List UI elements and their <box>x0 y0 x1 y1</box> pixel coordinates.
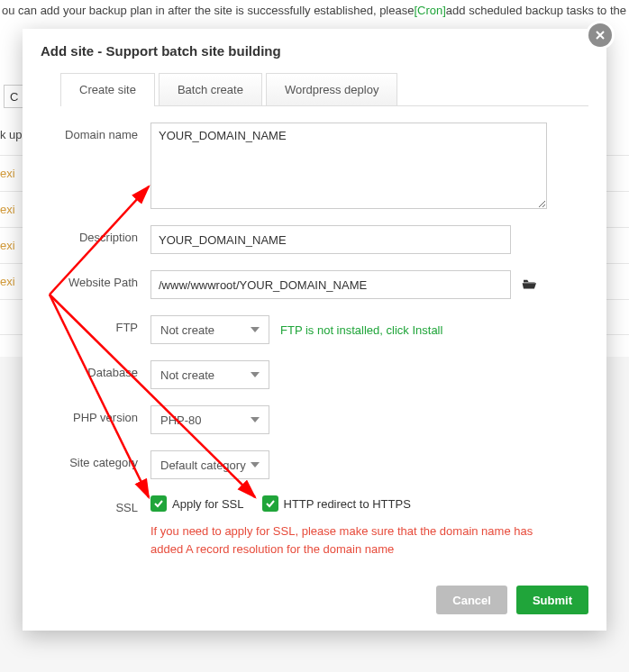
site-category-select[interactable]: Default category <box>150 450 269 479</box>
domain-name-input[interactable] <box>150 123 547 209</box>
close-button[interactable] <box>588 23 612 47</box>
domain-name-label: Domain name <box>60 123 150 141</box>
database-select[interactable]: Not create <box>150 360 269 389</box>
http-redirect-checkbox[interactable]: HTTP redirect to HTTPS <box>262 495 411 512</box>
bg-exist-link-3[interactable]: exi <box>0 239 15 252</box>
folder-icon <box>522 277 538 290</box>
tab-wordpress-deploy[interactable]: Wordpress deploy <box>266 73 398 105</box>
ssl-label: SSL <box>60 495 150 514</box>
description-label: Description <box>60 225 150 244</box>
site-category-label: Site category <box>60 450 150 469</box>
cron-link[interactable]: [Cron] <box>414 4 445 17</box>
add-site-form: Domain name Description Website Path <box>60 106 588 558</box>
ssl-warning-note: If you need to apply for SSL, please mak… <box>150 522 538 558</box>
tab-create-site[interactable]: Create site <box>60 73 155 105</box>
ftp-install-note[interactable]: FTP is not installed, click Install <box>280 323 442 337</box>
add-site-modal: Add site - Support batch site building C… <box>23 29 606 631</box>
bg-exist-link-2[interactable]: exi <box>0 203 15 216</box>
submit-button[interactable]: Submit <box>516 586 588 614</box>
checkmark-icon <box>262 495 278 512</box>
bg-exist-link-1[interactable]: exi <box>0 167 15 180</box>
description-input[interactable] <box>150 225 511 254</box>
database-label: Database <box>60 360 150 379</box>
modal-title: Add site - Support batch site building <box>23 29 606 73</box>
ftp-label: FTP <box>60 315 150 334</box>
apply-ssl-label: Apply for SSL <box>172 497 244 511</box>
ftp-select[interactable]: Not create <box>150 315 269 344</box>
website-path-input[interactable] <box>150 270 511 299</box>
php-version-select[interactable]: PHP-80 <box>150 405 269 434</box>
http-redirect-label: HTTP redirect to HTTPS <box>284 497 411 511</box>
database-select-value: Not create <box>160 368 214 382</box>
apply-ssl-checkbox[interactable]: Apply for SSL <box>150 495 244 512</box>
ftp-select-value: Not create <box>160 323 214 337</box>
bg-banner: ou can add your backup plan in after the… <box>0 0 629 21</box>
site-category-select-value: Default category <box>160 459 246 472</box>
php-version-select-value: PHP-80 <box>160 413 202 427</box>
browse-path-button[interactable] <box>522 277 538 293</box>
tab-batch-create[interactable]: Batch create <box>159 73 262 105</box>
bg-exist-link-4[interactable]: exi <box>0 275 15 288</box>
chevron-down-icon <box>251 372 260 377</box>
bg-banner-post: add scheduled backup tasks to the p <box>446 4 629 17</box>
tabs: Create site Batch create Wordpress deplo… <box>60 73 588 106</box>
chevron-down-icon <box>251 417 260 422</box>
chevron-down-icon <box>251 462 260 468</box>
modal-footer: Cancel Submit <box>436 586 588 614</box>
close-icon <box>596 31 605 40</box>
chevron-down-icon <box>251 327 260 332</box>
website-path-label: Website Path <box>60 270 150 289</box>
checkmark-icon <box>150 495 167 512</box>
bg-backup-label: k up <box>0 128 23 141</box>
bg-banner-pre: ou can add your backup plan in after the… <box>2 4 414 17</box>
php-version-label: PHP version <box>60 405 150 424</box>
cancel-button[interactable]: Cancel <box>436 586 507 614</box>
